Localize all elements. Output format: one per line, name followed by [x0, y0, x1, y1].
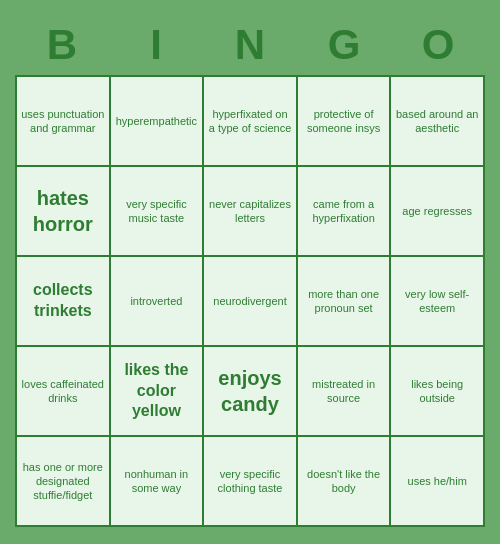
bingo-cell-22: very specific clothing taste [204, 437, 296, 525]
bingo-cell-23: doesn't like the body [298, 437, 390, 525]
bingo-cell-8: came from a hyperfixation [298, 167, 390, 255]
header-letter-n: N [203, 17, 297, 73]
bingo-cell-0: uses punctuation and grammar [17, 77, 109, 165]
bingo-cell-1: hyperempathetic [111, 77, 203, 165]
bingo-cell-21: nonhuman in some way [111, 437, 203, 525]
bingo-cell-16: likes the color yellow [111, 347, 203, 435]
bingo-cell-4: based around an aesthetic [391, 77, 483, 165]
bingo-cell-17: enjoys candy [204, 347, 296, 435]
header-letter-b: B [15, 17, 109, 73]
bingo-cell-24: uses he/him [391, 437, 483, 525]
bingo-cell-13: more than one pronoun set [298, 257, 390, 345]
bingo-cell-10: collects trinkets [17, 257, 109, 345]
bingo-cell-11: introverted [111, 257, 203, 345]
header-letter-g: G [297, 17, 391, 73]
bingo-cell-2: hyperfixated on a type of science [204, 77, 296, 165]
bingo-grid: uses punctuation and grammarhyperempathe… [15, 75, 485, 527]
header-letter-i: I [109, 17, 203, 73]
bingo-header: BINGO [15, 17, 485, 73]
bingo-cell-12: neurodivergent [204, 257, 296, 345]
bingo-cell-14: very low self-esteem [391, 257, 483, 345]
bingo-cell-18: mistreated in source [298, 347, 390, 435]
bingo-cell-5: hates horror [17, 167, 109, 255]
bingo-cell-3: protective of someone insys [298, 77, 390, 165]
bingo-cell-7: never capitalizes letters [204, 167, 296, 255]
bingo-card: BINGO uses punctuation and grammarhypere… [5, 7, 495, 537]
bingo-cell-20: has one or more designated stuffie/fidge… [17, 437, 109, 525]
header-letter-o: O [391, 17, 485, 73]
bingo-cell-15: loves caffeinated drinks [17, 347, 109, 435]
bingo-cell-9: age regresses [391, 167, 483, 255]
bingo-cell-6: very specific music taste [111, 167, 203, 255]
bingo-cell-19: likes being outside [391, 347, 483, 435]
